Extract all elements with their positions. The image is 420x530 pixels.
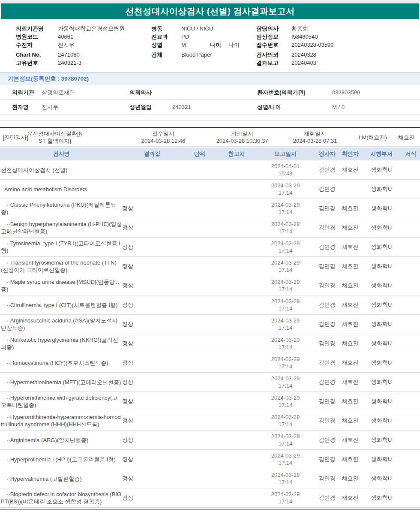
report-datetime-cell: 2024-03-2917:14: [256, 394, 315, 409]
report-date: 2024-03-29: [271, 182, 300, 189]
report-datetime-cell: 2024-03-2917:14: [256, 278, 315, 293]
report-date: 2024-03-29: [271, 472, 300, 478]
test-name-cell: ··Biopterin defect in cofactor biosynthe…: [0, 491, 122, 505]
header-cell-result: 결과값: [122, 150, 182, 158]
diagnostic-summary-row: [진단검사] 유전성대사이상질환[NST 혈액여지] 접수일시 2024-03-…: [0, 127, 420, 147]
field-value: 가톨릭대학교은평성모병원: [58, 24, 125, 33]
collection-datetime: 채취일시 2024-03-28 07:31: [272, 130, 358, 145]
top-strip: [0, 0, 420, 3]
tester-cell: 김민경: [315, 282, 339, 289]
receipt-datetime-value: 2024-03-28 12:46: [141, 138, 186, 144]
field-label: 검사의뢰: [256, 51, 291, 59]
sampler-confirm: 채효진: [393, 133, 419, 141]
field-label: 환자번호(의뢰기관): [257, 89, 332, 96]
report-time: 17:14: [279, 247, 293, 254]
report-time: 17:14: [279, 440, 293, 447]
result-value-cell: 정상: [122, 378, 182, 386]
report-page: 선천성대사이상검사 (선별) 검사결과보고서 의뢰기관명가톨릭대학교은평성모병원…: [0, 0, 420, 530]
report-date: 2024-03-29: [271, 279, 300, 285]
header-cell-unit: 단위: [182, 150, 217, 158]
field-value: 240321-3: [58, 59, 81, 67]
confirmer-cell: 채효진: [339, 262, 361, 270]
report-date: 2024-03-29: [271, 202, 300, 208]
department-cell: 생화학U: [361, 475, 402, 482]
report-date: 2024-03-29: [271, 433, 300, 440]
field-value: 20240328-03599: [291, 41, 333, 49]
field-value: 240321: [172, 104, 257, 110]
test-name-cell: ··Tyrosinemia, type I (TYR I)(고타이로신혈증 I형…: [0, 240, 122, 254]
confirmer-cell: 채효진: [339, 205, 361, 212]
report-time: 17:14: [279, 402, 293, 408]
collection-datetime-value: 2024-03-28 07:31: [293, 138, 337, 144]
field-row: 성별M나이나이: [151, 41, 240, 49]
test-name-cell: ··Hypermethioninemia (MET)(고메티오닌혈증): [0, 379, 122, 386]
field-label: 생년월일: [129, 103, 172, 111]
report-title-bar: 선천성대사이상검사 (선별) 검사결과보고서: [1, 3, 419, 19]
report-date: 2024-03-29: [271, 394, 300, 401]
report-datetime-cell: 2024-03-2917:14: [256, 433, 315, 447]
receipt-datetime-label: 접수일시: [152, 130, 174, 137]
request-datetime-label: 의뢰일시: [231, 130, 253, 137]
report-datetime-cell: 2024-03-2917:14: [256, 220, 315, 235]
basic-info-row: 환자명 진시우 생년월일 240321 성별/나이 M / 0: [0, 100, 420, 114]
department-cell: 생화학U: [361, 340, 402, 347]
field-value: 20240403: [291, 59, 316, 67]
test-name-cell: ··Classic Phenylketonuria (PKU)(페닐케톤뇨증): [0, 201, 122, 216]
field-row: 임상정보I58480540: [256, 33, 333, 41]
test-name-cell: ··Hyperprolinemia I (HP I)(고프롤린혈증 I형): [0, 456, 122, 463]
field-label: 진료과: [151, 33, 181, 41]
test-name-cell: Amino acid metabolism Disorders: [0, 186, 122, 193]
report-datetime-cell: 2024-03-2917:14: [256, 182, 315, 196]
confirmer-cell: 채효진: [339, 378, 361, 386]
report-datetime-cell: 2024-03-2917:14: [256, 298, 315, 312]
report-date: 2024-03-29: [271, 298, 300, 304]
report-time: 17:14: [279, 460, 293, 466]
tester-cell: 김민경: [315, 455, 339, 463]
report-datetime-cell: 2024-03-2917:14: [256, 471, 315, 486]
field-row: 의뢰기관명가톨릭대학교은평성모병원: [16, 24, 125, 33]
tester-cell: 김민경: [315, 205, 339, 212]
header-cell-form: 서식: [402, 150, 420, 158]
department-cell: 생화학U: [361, 417, 402, 425]
diagnostic-test-group: 유전성대사이상질환[NST 혈액여지]: [25, 130, 84, 145]
test-name-cell: ··Transient tyrosinemia of the neonate (…: [0, 259, 122, 274]
confirmer-cell: 채효진: [339, 320, 361, 328]
department-cell: 생화학U: [361, 185, 402, 193]
test-name-cell: ··Argininosuccinic aciduria (ASA)(알지노석시닌…: [0, 317, 122, 331]
result-row: ··Hypermethioninemia (MET)(고메티오닌혈증) 정상 2…: [0, 373, 420, 392]
patient-info-middle-column: 병동NICU / NICU 진료과PD 성별M나이나이 검체Blood Pape…: [151, 24, 240, 59]
tester-cell: 김민경: [315, 398, 339, 405]
field-label: 임상정보: [256, 33, 291, 41]
result-row: ··Homocystinuria (HCY)(호모시스틴뇨증) 정상 2024-…: [0, 353, 420, 373]
confirmer-cell: 채효진: [339, 282, 361, 289]
field-value: 2471060: [58, 51, 80, 59]
report-date: 2024-03-29: [271, 414, 300, 420]
tester-cell: 김민경: [315, 340, 339, 347]
basic-info-table: 의뢰기관 삼광의료재단 의뢰의사 환자번호(의뢰기관) 032803599 환자…: [0, 85, 420, 127]
sampler: LM(채효진): [347, 133, 399, 141]
field-row: 검체Blood Paper: [151, 51, 240, 59]
report-date: 2024-03-29: [271, 317, 300, 324]
field-row: 병원코드40661: [16, 33, 125, 41]
report-datetime-cell: 2024-03-2917:14: [256, 452, 315, 467]
report-date: 2024-03-29: [271, 337, 300, 343]
field-row: 병동NICU / NICU: [151, 24, 240, 33]
result-row: ··Hyperornithinemia with gyrate deficien…: [0, 392, 420, 411]
result-value-cell: 정상: [122, 417, 182, 425]
department-cell: 생화학U: [361, 455, 402, 463]
spacer: [0, 120, 420, 127]
test-name-cell: ··Hyperornithinemia-hyperammonemia-homoc…: [0, 413, 122, 428]
result-row: 선천성대사이상검사 (선별) 2024-04-0115:43 김민경 채효진 생…: [0, 160, 420, 180]
report-time: 17:14: [279, 305, 293, 312]
test-name-cell: ··Argininemia (ARG)(알지닌혈증): [0, 437, 122, 444]
tester-cell: 김민경: [315, 243, 339, 251]
confirmer-cell: 채효진: [339, 359, 361, 367]
confirmer-cell: 채효진: [339, 494, 361, 502]
field-row: 접수번호20240328-03599: [256, 41, 333, 49]
department-cell: 생화학U: [361, 224, 402, 232]
header-cell-report-date: 보고일시: [256, 150, 315, 157]
field-value: 진시우: [58, 41, 75, 49]
field-value: 황종희: [291, 24, 308, 33]
department-cell: 생화학U: [361, 243, 402, 251]
field-label: Chart No.: [16, 51, 58, 59]
